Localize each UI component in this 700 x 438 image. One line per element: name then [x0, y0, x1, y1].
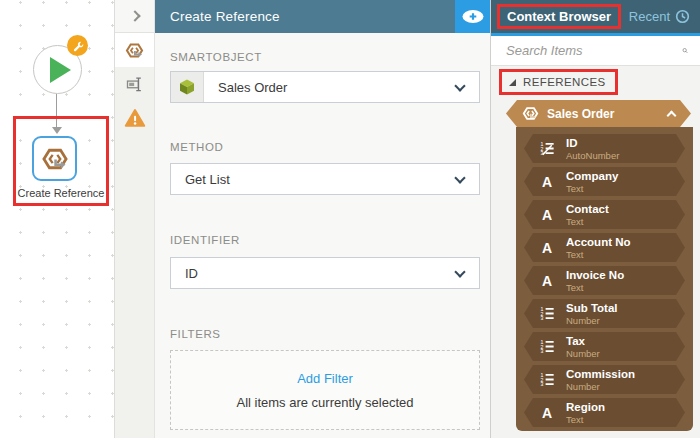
field-type: Text: [566, 414, 605, 425]
method-dropdown[interactable]: Get List: [170, 163, 480, 195]
text-icon: A: [537, 274, 557, 288]
chevron-down-icon: [454, 172, 465, 183]
field-name: Invoice No: [566, 269, 624, 281]
text-icon: A: [537, 208, 557, 222]
config-tabstrip: [114, 0, 155, 438]
warning-tab-icon: [124, 108, 146, 128]
create-reference-node[interactable]: [32, 136, 77, 181]
annotation-box-title: Context Browser: [497, 4, 621, 29]
add-filter-link[interactable]: Add Filter: [297, 371, 353, 386]
smartobject-cube-icon: [171, 72, 204, 102]
identifier-label: IDENTIFIER: [170, 234, 470, 246]
recent-button[interactable]: Recent: [629, 9, 690, 24]
section-expanded-icon: [509, 79, 516, 86]
play-icon: [50, 57, 71, 83]
reference-field-company[interactable]: ACompanyText: [524, 167, 685, 196]
svg-text:3: 3: [540, 381, 543, 387]
wrench-icon: [72, 40, 84, 52]
field-name: Account No: [566, 236, 631, 248]
reference-field-account-no[interactable]: AAccount NoText: [524, 233, 685, 262]
reference-field-invoice-no[interactable]: AInvoice NoText: [524, 266, 685, 295]
chevron-down-icon: [454, 266, 465, 277]
collapse-panel-button[interactable]: [115, 0, 154, 33]
create-reference-tab-icon: [125, 41, 144, 60]
text-icon: A: [537, 406, 557, 420]
smartobject-dropdown[interactable]: Sales Order: [170, 71, 480, 103]
search-row: [491, 36, 700, 66]
config-panel-title: Create Reference: [170, 9, 280, 24]
reference-field-sub-total[interactable]: 123Sub TotalNumber: [524, 299, 685, 328]
number-icon: 123: [537, 305, 557, 322]
context-browser-header: Context Browser Recent: [491, 0, 700, 36]
chevron-up-icon: [667, 110, 677, 120]
field-text: TaxNumber: [566, 335, 600, 359]
autonumber-icon: 123: [537, 140, 557, 157]
sales-order-group-name: Sales Order: [547, 107, 668, 121]
field-type: Text: [566, 183, 618, 194]
field-name: Sub Total: [566, 302, 618, 314]
number-icon: 123: [537, 338, 557, 355]
context-browser-title: Context Browser: [507, 9, 611, 24]
field-name: Company: [566, 170, 618, 182]
expand-plus-icon: [461, 9, 485, 24]
number-icon: 123: [537, 371, 557, 388]
reference-field-region[interactable]: ARegionText: [524, 398, 685, 427]
field-text: CompanyText: [566, 170, 618, 194]
tab-properties[interactable]: [115, 67, 154, 101]
field-name: Contact: [566, 203, 609, 215]
svg-text:3: 3: [540, 348, 543, 354]
references-section[interactable]: REFERENCES: [491, 66, 700, 98]
tab-create-reference[interactable]: [115, 33, 154, 67]
field-type: Number: [566, 315, 618, 326]
chevron-right-icon: [129, 10, 140, 21]
references-label: REFERENCES: [523, 76, 606, 88]
smartobject-label: SMARTOBJECT: [170, 51, 470, 63]
field-name: Tax: [566, 335, 600, 347]
field-text: Invoice NoText: [566, 269, 624, 293]
field-text: IDAutoNumber: [566, 137, 619, 161]
field-name: ID: [566, 137, 619, 149]
identifier-dropdown[interactable]: ID: [170, 257, 480, 289]
field-text: Sub TotalNumber: [566, 302, 618, 326]
tab-warnings[interactable]: [115, 101, 154, 135]
node-label: Create Reference: [13, 187, 109, 199]
context-browser-panel: Context Browser Recent REFERENCES Sales: [490, 0, 700, 438]
field-text: ContactText: [566, 203, 609, 227]
wrench-badge-icon[interactable]: [67, 35, 88, 56]
sales-order-field-list: 123IDAutoNumberACompanyTextAContactTextA…: [516, 127, 693, 431]
filters-box: Add Filter All items are currently selec…: [170, 350, 480, 430]
field-text: CommissionNumber: [566, 368, 635, 392]
method-value: Get List: [171, 172, 456, 187]
text-icon: A: [537, 241, 557, 255]
reference-field-contact[interactable]: AContactText: [524, 200, 685, 229]
field-text: RegionText: [566, 401, 605, 425]
config-panel-header: Create Reference: [155, 0, 490, 33]
filters-label: FILTERS: [170, 328, 470, 340]
reference-hexagon-icon: [522, 105, 539, 122]
text-icon: A: [537, 175, 557, 189]
field-name: Region: [566, 401, 605, 413]
filters-status-text: All items are currently selected: [236, 395, 413, 410]
field-type: Text: [566, 282, 624, 293]
smartobject-value: Sales Order: [204, 80, 456, 95]
field-text: Account NoText: [566, 236, 631, 260]
annotation-box-references: REFERENCES: [499, 69, 618, 95]
field-name: Commission: [566, 368, 635, 380]
expand-panel-button[interactable]: [455, 0, 490, 33]
recent-label: Recent: [629, 9, 670, 24]
sales-order-group-header[interactable]: Sales Order: [506, 100, 691, 127]
reference-field-id[interactable]: 123IDAutoNumber: [524, 134, 685, 163]
svg-text:3: 3: [540, 150, 543, 156]
workflow-canvas[interactable]: Create Reference: [0, 0, 114, 438]
search-input[interactable]: [506, 43, 682, 58]
create-reference-config-panel: Create Reference SMARTOBJECT Sales Order…: [155, 0, 490, 438]
field-type: Text: [566, 249, 631, 260]
chevron-down-icon: [454, 80, 465, 91]
reference-field-tax[interactable]: 123TaxNumber: [524, 332, 685, 361]
svg-text:3: 3: [540, 315, 543, 321]
clock-icon: [675, 9, 690, 24]
identifier-value: ID: [171, 266, 456, 281]
reference-hexagon-icon: [41, 145, 69, 173]
search-icon[interactable]: [682, 42, 688, 59]
reference-field-commission[interactable]: 123CommissionNumber: [524, 365, 685, 394]
